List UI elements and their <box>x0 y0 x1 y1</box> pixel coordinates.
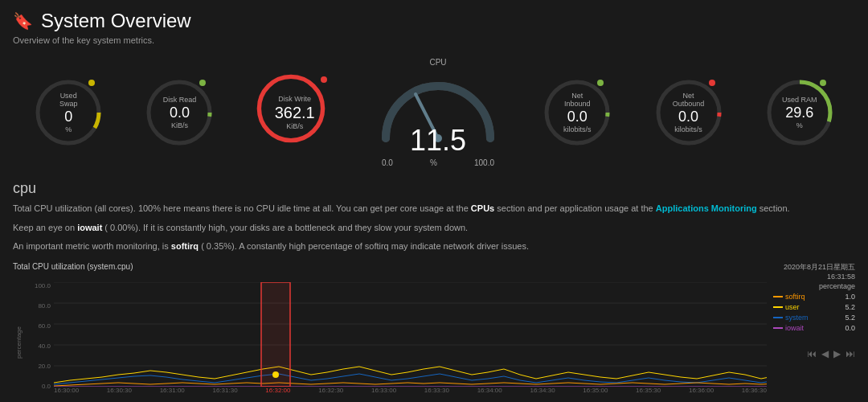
legend-user: user 5.2 <box>773 303 855 311</box>
net-outbound-label: Net Outbound <box>670 92 706 108</box>
disk-read-circle: Disk Read 0.0 KiB/s <box>143 76 215 149</box>
disk-write-gauge: Disk Write 362.1 KiB/s <box>255 72 335 153</box>
cpu-unit: % <box>430 158 437 167</box>
disk-read-unit: KiB/s <box>163 121 197 129</box>
used-ram-dot <box>820 80 826 86</box>
softirq-line <box>54 383 767 386</box>
used-ram-gauge: Used RAM 29.6 % <box>764 76 836 149</box>
nav-buttons: ⏮ ◀ ▶ ⏭ <box>773 348 855 359</box>
chart-timestamp: 2020年8月21日星期五 16:31:58 <box>784 262 855 281</box>
cpu-sub: 0.0 % 100.0 <box>382 158 494 167</box>
header: 🔖 System Overview <box>0 0 868 35</box>
disk-write-value: 362.1 <box>275 105 315 121</box>
used-swap-circle: Used Swap 0 % <box>32 76 104 149</box>
net-inbound-inner: Net Inbound 0.0 kilobits/s <box>559 92 596 133</box>
used-ram-unit: % <box>782 121 817 129</box>
used-ram-inner: Used RAM 29.6 % <box>782 96 817 129</box>
bookmark-icon: 🔖 <box>13 11 33 31</box>
legend-iowait: iowait 0.0 <box>773 324 855 332</box>
used-swap-unit: % <box>51 125 87 133</box>
used-swap-label: Used Swap <box>51 92 87 108</box>
disk-write-dot <box>321 76 327 83</box>
y-axis: 100.0 80.0 60.0 40.0 20.0 0.0 <box>25 282 54 402</box>
used-ram-label: Used RAM <box>782 96 817 104</box>
disk-read-inner: Disk Read 0.0 KiB/s <box>163 96 197 129</box>
cpu-label: CPU <box>429 58 446 67</box>
cpu-chart-container: Total CPU utilization (system.cpu) 2020年… <box>0 262 868 402</box>
cpu-section-title: cpu <box>13 180 855 197</box>
legend-softirq: softirq 1.0 <box>773 293 855 301</box>
system-legend-color <box>773 317 783 318</box>
used-ram-value: 29.6 <box>782 105 817 120</box>
page-title: System Overview <box>41 10 191 32</box>
nav-next[interactable]: ▶ <box>833 348 841 359</box>
gauges-row: Used Swap 0 % Disk Read 0.0 KiB/s <box>0 51 868 174</box>
chart-svg <box>54 282 767 387</box>
used-swap-gauge: Used Swap 0 % <box>32 76 104 149</box>
net-inbound-circle: Net Inbound 0.0 kilobits/s <box>541 76 613 149</box>
used-ram-circle: Used RAM 29.6 % <box>764 76 836 149</box>
disk-write-circle: Disk Write 362.1 KiB/s <box>255 72 335 153</box>
nav-prev-prev[interactable]: ⏮ <box>807 348 817 359</box>
nav-next-next[interactable]: ⏭ <box>845 348 855 359</box>
net-outbound-dot <box>709 80 715 86</box>
cpu-max: 100.0 <box>474 158 494 167</box>
cpu-section: cpu Total CPU utilization (all cores). 1… <box>0 174 868 262</box>
disk-read-label: Disk Read <box>163 96 197 104</box>
legend-header: percentage <box>773 282 855 290</box>
highlight-dot <box>272 371 279 378</box>
highlight-region <box>261 282 290 387</box>
net-outbound-gauge: Net Outbound 0.0 kilobits/s <box>653 76 725 149</box>
chart-area: 16:30:00 16:30:30 16:31:00 16:31:30 16:3… <box>54 282 767 402</box>
legend-system: system 5.2 <box>773 314 855 322</box>
chart-legend: percentage softirq 1.0 user 5.2 system <box>767 282 855 402</box>
x-axis: 16:30:00 16:30:30 16:31:00 16:31:30 16:3… <box>54 387 767 394</box>
net-inbound-gauge: Net Inbound 0.0 kilobits/s <box>541 76 613 149</box>
used-swap-inner: Used Swap 0 % <box>51 92 87 133</box>
cpu-value: 11.5 <box>410 126 466 155</box>
user-line <box>54 367 767 383</box>
disk-write-label: Disk Write <box>275 95 315 103</box>
net-outbound-circle: Net Outbound 0.0 kilobits/s <box>653 76 725 149</box>
chart-header: Total CPU utilization (system.cpu) 2020年… <box>13 262 855 281</box>
net-inbound-value: 0.0 <box>559 109 596 124</box>
net-inbound-label: Net Inbound <box>559 92 596 108</box>
disk-read-value: 0.0 <box>163 105 197 120</box>
cpu-gauge: CPU 11.5 0.0 % 100.0 <box>374 58 502 167</box>
disk-write-inner: Disk Write 362.1 KiB/s <box>275 95 315 130</box>
net-inbound-unit: kilobits/s <box>559 125 596 133</box>
net-outbound-unit: kilobits/s <box>670 125 706 133</box>
nav-prev[interactable]: ◀ <box>821 348 829 359</box>
cpu-desc3: An important metric worth monitoring, is… <box>13 240 855 254</box>
cpu-min: 0.0 <box>382 158 393 167</box>
user-legend-color <box>773 306 783 308</box>
net-outbound-value: 0.0 <box>670 109 706 124</box>
y-axis-label: percentage <box>13 326 25 359</box>
net-outbound-inner: Net Outbound 0.0 kilobits/s <box>670 92 706 133</box>
cpu-desc2: Keep an eye on iowait ( 0.00%). If it is… <box>13 221 855 236</box>
used-swap-value: 0 <box>51 109 87 124</box>
softirq-legend-color <box>773 296 783 297</box>
chart-title: Total CPU utilization (system.cpu) <box>13 262 133 271</box>
iowait-legend-color <box>773 327 783 329</box>
subtitle: Overview of the key system metrics. <box>0 35 868 51</box>
disk-write-unit: KiB/s <box>275 122 315 130</box>
disk-read-gauge: Disk Read 0.0 KiB/s <box>143 76 215 149</box>
cpu-desc1: Total CPU utilization (all cores). 100% … <box>13 202 855 216</box>
